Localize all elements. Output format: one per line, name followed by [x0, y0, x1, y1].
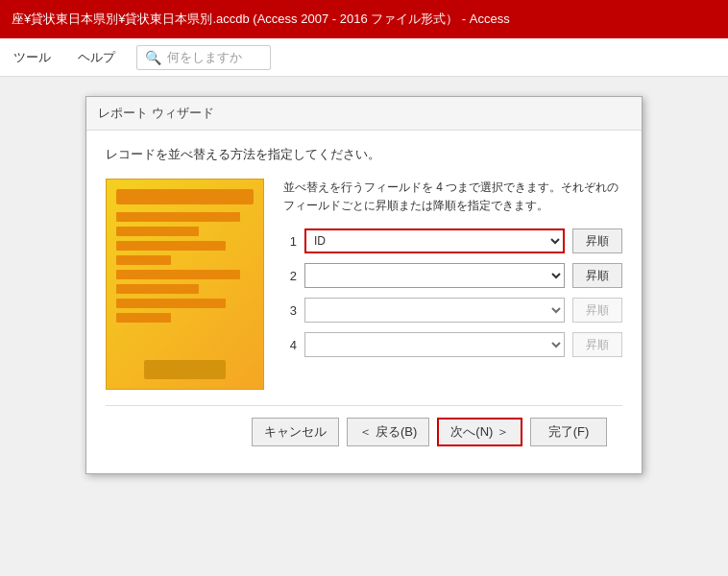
dialog-content: 並べ替えを行うフィールドを 4 つまで選択できます。それぞれのフィールドごとに昇…	[106, 179, 622, 390]
dialog-instruction: レコードを並べ替える方法を指定してください。	[106, 146, 622, 163]
sort-number-2: 2	[283, 269, 297, 283]
dialog-footer: キャンセル ＜ 戻る(B) 次へ(N) ＞ 完了(F)	[106, 405, 622, 458]
sort-btn-3: 昇順	[572, 298, 622, 323]
report-wizard-dialog: レポート ウィザード レコードを並べ替える方法を指定してください。	[85, 96, 643, 474]
sort-description: 並べ替えを行うフィールドを 4 つまで選択できます。それぞれのフィールドごとに昇…	[283, 179, 622, 215]
sort-number-4: 4	[283, 338, 297, 352]
sort-select-2[interactable]	[304, 263, 565, 288]
finish-button[interactable]: 完了(F)	[530, 418, 607, 446]
dialog-title: レポート ウィザード	[86, 97, 642, 131]
illus-row-3	[116, 241, 254, 251]
wizard-illustration	[106, 179, 264, 390]
illus-row-2	[116, 227, 254, 236]
sort-select-3[interactable]	[304, 298, 565, 323]
illus-row-5	[116, 270, 254, 279]
sort-row-1: 1 ID 昇順	[283, 228, 622, 253]
title-bar: 座¥貸状東日本県別¥貸状東日本県別.accdb (Access 2007 - 2…	[0, 0, 728, 38]
main-area: レポート ウィザード レコードを並べ替える方法を指定してください。	[0, 77, 728, 576]
sort-row-3: 3 昇順	[283, 298, 622, 323]
illus-rows	[116, 212, 254, 352]
sort-btn-2[interactable]: 昇順	[572, 263, 622, 288]
sort-btn-1[interactable]: 昇順	[572, 228, 622, 253]
search-placeholder: 何をしますか	[167, 49, 242, 66]
menu-tools[interactable]: ツール	[8, 45, 57, 70]
cancel-button[interactable]: キャンセル	[252, 418, 339, 446]
illus-row-7	[116, 299, 254, 308]
search-box[interactable]: 🔍 何をしますか	[136, 45, 271, 70]
sort-select-1[interactable]: ID	[304, 228, 565, 253]
illus-row-6	[116, 284, 254, 294]
sort-number-1: 1	[283, 234, 297, 249]
illus-bottom	[144, 360, 227, 379]
title-bar-text: 座¥貸状東日本県別¥貸状東日本県別.accdb (Access 2007 - 2…	[12, 11, 716, 28]
illus-header	[116, 189, 254, 204]
sort-controls: 並べ替えを行うフィールドを 4 つまで選択できます。それぞれのフィールドごとに昇…	[283, 179, 622, 390]
illus-row-1	[116, 212, 254, 222]
dialog-body: レコードを並べ替える方法を指定してください。	[86, 131, 642, 473]
next-button[interactable]: 次へ(N) ＞	[437, 418, 522, 446]
sort-select-4[interactable]	[304, 332, 565, 357]
sort-btn-4: 昇順	[572, 332, 622, 357]
illus-row-4	[116, 255, 254, 265]
sort-number-3: 3	[283, 303, 297, 318]
back-button[interactable]: ＜ 戻る(B)	[347, 418, 429, 446]
menu-bar: ツール ヘルプ 🔍 何をしますか	[0, 38, 728, 77]
sort-row-4: 4 昇順	[283, 332, 622, 357]
sort-row-2: 2 昇順	[283, 263, 622, 288]
illus-row-8	[116, 313, 254, 323]
menu-help[interactable]: ヘルプ	[72, 45, 121, 70]
search-icon: 🔍	[145, 50, 161, 65]
